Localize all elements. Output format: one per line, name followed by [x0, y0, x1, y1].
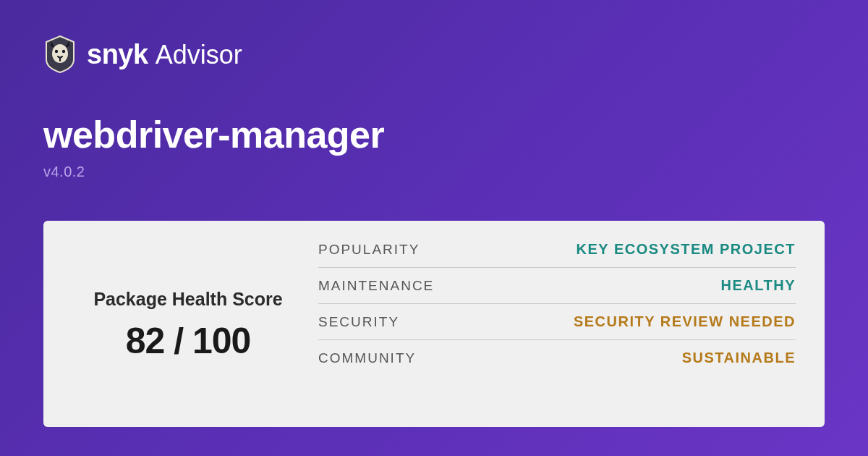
- metric-value: HEALTHY: [721, 277, 796, 294]
- package-name: webdriver-manager: [43, 113, 825, 156]
- metric-value: KEY ECOSYSTEM PROJECT: [576, 241, 796, 258]
- svg-point-2: [62, 50, 65, 53]
- score-label: Package Health Score: [93, 289, 282, 310]
- metric-value: SECURITY REVIEW NEEDED: [574, 313, 796, 330]
- metric-row: POPULARITY KEY ECOSYSTEM PROJECT: [318, 241, 796, 268]
- svg-point-1: [55, 50, 58, 53]
- metric-label: SECURITY: [318, 314, 399, 330]
- score-value: 82 / 100: [126, 320, 251, 362]
- metric-label: COMMUNITY: [318, 350, 416, 366]
- metric-row: MAINTENANCE HEALTHY: [318, 268, 796, 304]
- metric-label: POPULARITY: [318, 242, 420, 258]
- health-card: Package Health Score 82 / 100 POPULARITY…: [43, 221, 825, 427]
- metric-row: SECURITY SECURITY REVIEW NEEDED: [318, 304, 796, 340]
- metric-label: MAINTENANCE: [318, 278, 434, 294]
- metric-value: SUSTAINABLE: [682, 350, 796, 366]
- brand: snyk Advisor: [87, 39, 242, 70]
- score-block: Package Health Score 82 / 100: [72, 241, 318, 410]
- header: snyk Advisor: [43, 35, 825, 74]
- package-version: v4.0.2: [43, 164, 825, 180]
- metrics-list: POPULARITY KEY ECOSYSTEM PROJECT MAINTEN…: [318, 241, 796, 410]
- snyk-dog-icon: [43, 35, 77, 74]
- brand-name: snyk: [87, 39, 148, 70]
- brand-product: Advisor: [156, 40, 242, 70]
- package-block: webdriver-manager v4.0.2: [43, 113, 825, 180]
- metric-row: COMMUNITY SUSTAINABLE: [318, 340, 796, 366]
